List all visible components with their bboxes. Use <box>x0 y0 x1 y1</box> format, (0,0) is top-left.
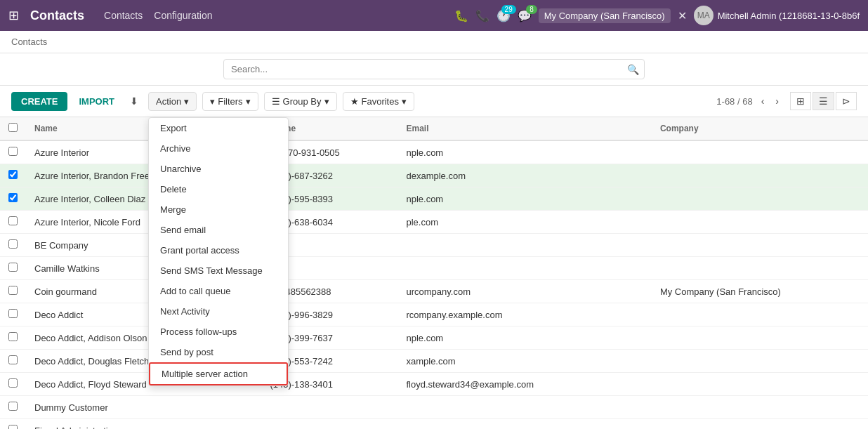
messages-badge-wrap[interactable]: 🕐 29 <box>497 9 511 22</box>
action-item-export[interactable]: Export <box>149 118 288 138</box>
row-checkbox[interactable] <box>8 425 18 429</box>
action-label: Action <box>156 96 181 107</box>
table-row[interactable]: Azure Interior, Nicole Ford (946)-638-60… <box>0 211 868 234</box>
filters-label: Filters <box>218 96 242 107</box>
row-checkbox[interactable] <box>8 193 18 202</box>
action-item-send-email[interactable]: Send email <box>149 220 288 240</box>
nav-contacts[interactable]: Contacts <box>104 10 143 21</box>
action-chevron-icon: ▾ <box>184 96 189 107</box>
favorites-chevron: ▾ <box>402 96 407 107</box>
action-item-unarchive[interactable]: Unarchive <box>149 159 288 179</box>
table-row[interactable]: Coin gourmand +32485562388 urcompany.com… <box>0 280 868 303</box>
table-row[interactable]: Azure Interior +1 870-931-0505 nple.com <box>0 140 868 164</box>
row-company <box>652 234 868 257</box>
row-phone <box>261 419 397 430</box>
action-item-merge[interactable]: Merge <box>149 199 288 220</box>
filter-icon: ▾ <box>210 96 215 107</box>
user-menu[interactable]: MA Mitchell Admin (1218681-13-0-8b6f <box>694 6 860 25</box>
group-by-chevron: ▾ <box>324 96 329 107</box>
action-item-multiple-server[interactable]: Multiple server action <box>149 362 288 385</box>
search-icon[interactable]: 🔍 <box>627 64 639 75</box>
create-button[interactable]: CREATE <box>11 92 67 111</box>
action-item-archive[interactable]: Archive <box>149 138 288 159</box>
row-email: nple.com <box>397 326 651 350</box>
kanban-view-button[interactable]: ⊞ <box>790 92 811 110</box>
action-item-call-queue[interactable]: Add to call queue <box>149 281 288 301</box>
table-row[interactable]: Deco Addict (603)-996-3829 rcompany.exam… <box>0 303 868 326</box>
table-row[interactable]: Azure Interior, Brandon Freeman (355)-68… <box>0 164 868 187</box>
next-page-button[interactable]: › <box>772 93 782 110</box>
download-button[interactable]: ⬇ <box>126 91 143 111</box>
import-button[interactable]: IMPORT <box>73 92 120 111</box>
row-company <box>652 419 868 430</box>
action-item-next-activity[interactable]: Next Activity <box>149 301 288 322</box>
row-checkbox[interactable] <box>8 332 18 341</box>
prev-page-button[interactable]: ‹ <box>758 93 768 110</box>
row-email <box>397 396 651 419</box>
select-all-checkbox[interactable] <box>8 123 18 132</box>
row-name: Dummy Customer <box>26 396 261 419</box>
action-item-send-post[interactable]: Send by post <box>149 342 288 362</box>
row-email: nple.com <box>397 187 651 211</box>
row-email <box>397 419 651 430</box>
row-email <box>397 257 651 280</box>
table-row[interactable]: Deco Addict, Floyd Steward (145)-138-340… <box>0 373 868 396</box>
group-by-label: Group By <box>283 96 322 107</box>
row-checkbox[interactable] <box>8 216 18 225</box>
table-row[interactable]: Fiscal Administration <box>0 419 868 430</box>
search-wrap: 🔍 <box>223 59 645 79</box>
row-checkbox[interactable] <box>8 286 18 295</box>
expand-button[interactable]: ⊳ <box>836 92 857 110</box>
filters-button[interactable]: ▾ Filters ▾ <box>202 92 258 111</box>
action-dropdown: Export Archive Unarchive Delete Merge Se… <box>148 117 289 386</box>
row-name: Fiscal Administration <box>26 419 261 430</box>
apps-icon[interactable]: ⊞ <box>8 8 19 23</box>
table-row[interactable]: Deco Addict, Douglas Fletcher (132)-553-… <box>0 350 868 373</box>
row-email <box>397 234 651 257</box>
row-company <box>652 257 868 280</box>
row-email: nple.com <box>397 140 651 164</box>
company-selector[interactable]: My Company (San Francisco) <box>539 8 671 23</box>
row-checkbox[interactable] <box>8 263 18 272</box>
col-email: Email <box>397 117 651 140</box>
nav-configuration[interactable]: Configuration <box>154 10 212 21</box>
table-row[interactable]: Azure Interior, Colleen Diaz (255)-595-8… <box>0 187 868 211</box>
favorites-button[interactable]: ★ Favorites ▾ <box>343 92 414 111</box>
table-row[interactable]: Camille Watkins <box>0 257 868 280</box>
row-checkbox[interactable] <box>8 170 18 179</box>
row-checkbox[interactable] <box>8 147 18 156</box>
group-by-button[interactable]: ☰ Group By ▾ <box>264 92 337 111</box>
table-row[interactable]: Deco Addict, Addison Olson (223)-399-763… <box>0 326 868 350</box>
search-input[interactable] <box>223 59 645 79</box>
action-button[interactable]: Action ▾ <box>148 92 197 111</box>
row-company <box>652 164 868 187</box>
close-icon[interactable]: ✕ <box>678 9 687 22</box>
search-bar: 🔍 <box>0 53 868 86</box>
action-item-portal-access[interactable]: Grant portal access <box>149 240 288 260</box>
list-view-button[interactable]: ☰ <box>813 92 834 110</box>
row-company <box>652 187 868 211</box>
action-item-follow-ups[interactable]: Process follow-ups <box>149 322 288 342</box>
col-company: Company <box>652 117 868 140</box>
row-company <box>652 373 868 396</box>
topbar-right: 🐛 📞 🕐 29 💬 8 My Company (San Francisco) … <box>454 6 860 25</box>
row-checkbox[interactable] <box>8 402 18 411</box>
row-company: My Company (San Francisco) <box>652 280 868 303</box>
table-row[interactable]: BE Company <box>0 234 868 257</box>
chat-count: 8 <box>526 5 537 14</box>
row-checkbox[interactable] <box>8 239 18 249</box>
table-row[interactable]: Dummy Customer <box>0 396 868 419</box>
avatar: MA <box>694 6 714 25</box>
action-item-delete[interactable]: Delete <box>149 179 288 199</box>
bug-icon[interactable]: 🐛 <box>454 9 468 22</box>
row-email: urcompany.com <box>397 280 651 303</box>
row-checkbox[interactable] <box>8 309 18 318</box>
row-checkbox[interactable] <box>8 378 18 388</box>
phone-icon[interactable]: 📞 <box>475 9 489 22</box>
breadcrumb: Contacts <box>0 31 868 53</box>
chat-badge-wrap[interactable]: 💬 8 <box>518 9 532 22</box>
row-checkbox[interactable] <box>8 355 18 364</box>
action-item-sms[interactable]: Send SMS Text Message <box>149 260 288 281</box>
user-name: Mitchell Admin (1218681-13-0-8b6f <box>718 11 860 21</box>
star-icon: ★ <box>350 96 359 107</box>
